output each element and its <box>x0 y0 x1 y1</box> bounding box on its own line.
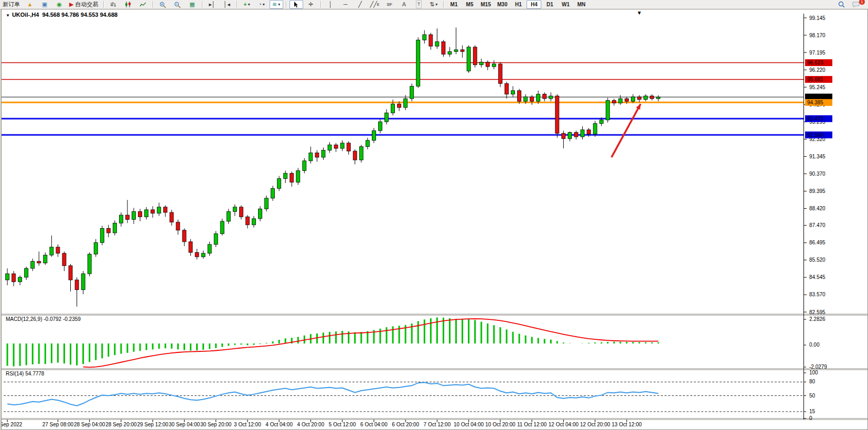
price-axis-label: 91.345 <box>809 154 826 159</box>
chevron-down-icon: ▾ <box>248 1 250 8</box>
candle-body <box>113 223 116 233</box>
trend-arrow <box>612 104 640 157</box>
candle-body <box>574 132 578 136</box>
candle-body <box>290 173 294 182</box>
candle-body <box>100 229 104 243</box>
vertical-line-button[interactable]: │ <box>324 0 338 9</box>
candle-body <box>157 207 161 213</box>
candle-body <box>239 207 243 217</box>
candle-body <box>372 131 376 141</box>
chart-window[interactable]: ▼UKOil-,H4 94.568 94.786 94.553 94.688 M… <box>1 9 868 430</box>
candle-body <box>309 153 313 160</box>
candle-body <box>12 274 16 282</box>
new-order-button[interactable]: 新订单 <box>1 0 22 9</box>
chart-shift-button[interactable]: │◂ <box>220 0 234 9</box>
candle-body <box>638 97 641 100</box>
candle-body <box>125 215 129 219</box>
horizontal-line-button[interactable]: ─ <box>339 0 352 9</box>
tf-d1-button[interactable]: D1 <box>542 0 557 9</box>
candle-body <box>549 96 553 99</box>
price-badge-label: 93.473 <box>807 116 823 122</box>
candle-body <box>37 261 41 263</box>
price-axis-label: 99.145 <box>809 15 826 21</box>
cursor-button[interactable] <box>290 0 303 9</box>
candle-body <box>416 40 420 86</box>
chart-canvas[interactable]: ▼99.14598.17097.19596.22095.24594.27093.… <box>2 9 867 429</box>
price-axis-label: 97.195 <box>809 50 826 56</box>
tf-h4-button[interactable]: H4 <box>527 0 541 9</box>
candle-body <box>555 96 559 133</box>
chat-unread-badge: 1 <box>859 0 865 5</box>
fibonacci-button[interactable]: ≡F <box>383 0 397 9</box>
text-label-button[interactable]: T <box>412 0 426 9</box>
price-axis-label: 87.470 <box>809 222 826 228</box>
signal-icon[interactable]: ◉ <box>52 0 66 9</box>
tf-m1-button[interactable]: M1 <box>447 0 462 9</box>
candle-body <box>505 83 508 94</box>
candle-body <box>75 280 79 290</box>
line-chart-button[interactable] <box>136 0 150 9</box>
zoom-out-button[interactable] <box>171 0 185 9</box>
bar-chart-button[interactable] <box>107 0 121 9</box>
search-button[interactable] <box>834 0 848 9</box>
candle-body <box>657 97 660 99</box>
periods-button[interactable]: ◔▾ <box>255 0 269 9</box>
text-icon: A <box>402 1 406 8</box>
candle-body <box>460 50 464 51</box>
candle-body <box>227 211 230 221</box>
tf-w1-button[interactable]: W1 <box>558 0 573 9</box>
monitor-icon: ▣ <box>42 1 47 8</box>
price-axis-label: 85.520 <box>809 257 826 263</box>
time-axis-label: 30 Sep 04:00 <box>169 422 200 427</box>
candle-body <box>322 150 325 157</box>
price-badge-label: 92.560 <box>807 132 823 138</box>
time-axis-label: 13 Oct 12:00 <box>612 422 642 427</box>
crosshair-button[interactable]: ✛ <box>304 0 318 9</box>
crosshair-icon: ✛ <box>308 1 313 8</box>
candle-body <box>359 147 363 160</box>
auto-trading-button[interactable]: ▶ 自动交易 <box>67 0 101 9</box>
price-badge-label: 94.385 <box>807 100 823 105</box>
candle-body <box>106 229 110 233</box>
time-axis-label: 29 Sep 12:00 <box>137 422 168 427</box>
chevron-down-icon[interactable]: ▼ <box>6 13 10 18</box>
candle-body <box>385 113 389 122</box>
candle-body <box>220 221 224 234</box>
broadcast-icon: ◉ <box>57 1 62 8</box>
tf-mn-button[interactable]: MN <box>574 0 588 9</box>
terminal-icon[interactable]: ▣ <box>38 0 51 9</box>
auto-scroll-button[interactable]: ▸│ <box>206 0 219 9</box>
clock-icon: ◔ <box>258 1 262 8</box>
candle-body <box>492 64 496 67</box>
candle-body <box>581 130 584 137</box>
macd-scale-label: -2.0279 <box>809 364 827 370</box>
arrows-tool-button[interactable]: ⇅▾ <box>427 0 441 9</box>
templates-button[interactable]: ≋▾ <box>270 0 283 9</box>
time-axis-label: 30 Sep 20:00 <box>200 422 232 427</box>
zoom-in-button[interactable] <box>156 0 170 9</box>
candle-body <box>271 188 275 198</box>
indicators-button[interactable]: +▾ <box>240 0 254 9</box>
candlestick-button[interactable] <box>122 0 135 9</box>
tf-m30-button[interactable]: M30 <box>495 0 510 9</box>
candle-body <box>277 179 281 189</box>
separator <box>202 1 203 8</box>
tf-m15-button[interactable]: M15 <box>478 0 494 9</box>
auto-trading-label: 自动交易 <box>76 1 99 8</box>
template-icon: ≋ <box>272 1 277 8</box>
tiles-icon: ▦ <box>189 1 195 8</box>
tf-h1-button[interactable]: H1 <box>511 0 526 9</box>
tf-m5-button[interactable]: M5 <box>463 0 477 9</box>
candle-body <box>245 217 249 225</box>
trendline-button[interactable]: ╱ <box>353 0 367 9</box>
price-axis-label: 86.495 <box>809 240 826 245</box>
channel-button[interactable]: ╱╱E <box>368 0 382 9</box>
candle-body <box>391 104 395 113</box>
market-watch-icon[interactable]: ▲ <box>23 0 37 9</box>
candle-body <box>145 210 148 217</box>
text-tool-button[interactable]: A <box>398 0 411 9</box>
tile-windows-button[interactable]: ▦ <box>186 0 199 9</box>
chat-button[interactable]: 1 <box>849 0 863 9</box>
price-axis-label: 95.245 <box>809 84 826 90</box>
indicators-plus-icon: + <box>243 1 247 8</box>
